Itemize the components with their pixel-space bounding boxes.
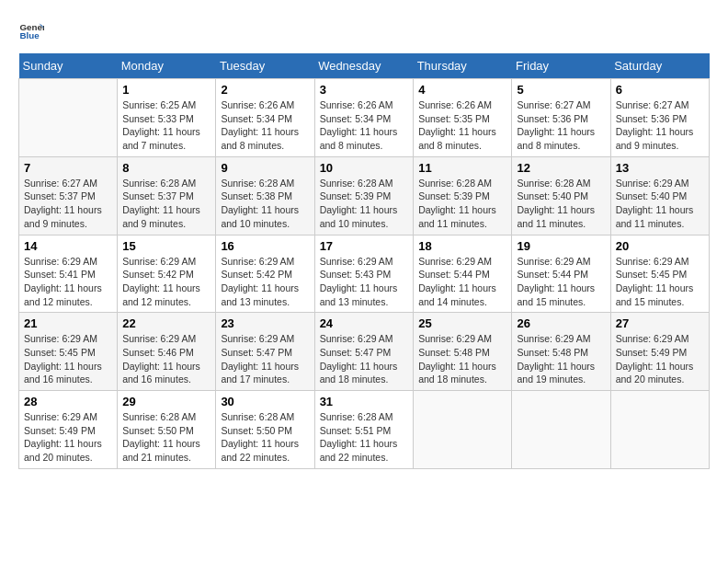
calendar-table: SundayMondayTuesdayWednesdayThursdayFrid… [18, 53, 710, 469]
day-info: Sunrise: 6:25 AM Sunset: 5:33 PM Dayligh… [122, 98, 210, 153]
day-number: 11 [418, 161, 506, 175]
day-number: 31 [320, 395, 409, 408]
day-info: Sunrise: 6:29 AM Sunset: 5:49 PM Dayligh… [24, 410, 112, 465]
calendar-cell: 23Sunrise: 6:29 AM Sunset: 5:47 PM Dayli… [216, 313, 314, 391]
day-number: 9 [221, 161, 309, 175]
calendar-cell: 14Sunrise: 6:29 AM Sunset: 5:41 PM Dayli… [19, 235, 118, 313]
day-number: 25 [418, 316, 506, 330]
day-info: Sunrise: 6:28 AM Sunset: 5:50 PM Dayligh… [221, 410, 309, 465]
day-number: 7 [24, 161, 112, 175]
day-info: Sunrise: 6:28 AM Sunset: 5:38 PM Dayligh… [221, 177, 309, 231]
day-info: Sunrise: 6:28 AM Sunset: 5:39 PM Dayligh… [418, 177, 506, 231]
day-info: Sunrise: 6:26 AM Sunset: 5:35 PM Dayligh… [418, 98, 506, 153]
calendar-cell: 15Sunrise: 6:29 AM Sunset: 5:42 PM Dayli… [118, 235, 216, 313]
calendar-cell: 25Sunrise: 6:29 AM Sunset: 5:48 PM Dayli… [414, 313, 512, 391]
calendar-cell: 2Sunrise: 6:26 AM Sunset: 5:34 PM Daylig… [216, 79, 314, 157]
day-number: 28 [24, 395, 112, 408]
day-number: 20 [616, 239, 704, 253]
calendar-cell [512, 391, 610, 469]
day-info: Sunrise: 6:29 AM Sunset: 5:42 PM Dayligh… [221, 255, 309, 309]
day-number: 23 [221, 316, 309, 330]
day-number: 16 [221, 239, 309, 253]
day-number: 13 [616, 161, 704, 175]
calendar-week-row: 14Sunrise: 6:29 AM Sunset: 5:41 PM Dayli… [19, 235, 710, 313]
day-number: 15 [122, 239, 210, 253]
calendar-cell: 1Sunrise: 6:25 AM Sunset: 5:33 PM Daylig… [118, 79, 216, 157]
weekday-header-cell: Sunday [19, 53, 118, 79]
svg-text:Blue: Blue [19, 30, 40, 40]
day-number: 21 [24, 316, 112, 330]
calendar-cell: 30Sunrise: 6:28 AM Sunset: 5:50 PM Dayli… [216, 391, 314, 469]
calendar-cell: 24Sunrise: 6:29 AM Sunset: 5:47 PM Dayli… [314, 313, 414, 391]
calendar-cell [414, 391, 512, 469]
day-info: Sunrise: 6:29 AM Sunset: 5:42 PM Dayligh… [122, 255, 210, 309]
day-info: Sunrise: 6:29 AM Sunset: 5:47 PM Dayligh… [320, 332, 409, 386]
weekday-header-cell: Saturday [610, 53, 709, 79]
day-info: Sunrise: 6:29 AM Sunset: 5:45 PM Dayligh… [24, 332, 112, 386]
day-info: Sunrise: 6:29 AM Sunset: 5:46 PM Dayligh… [122, 332, 210, 386]
day-info: Sunrise: 6:28 AM Sunset: 5:50 PM Dayligh… [122, 410, 210, 465]
calendar-cell: 16Sunrise: 6:29 AM Sunset: 5:42 PM Dayli… [216, 235, 314, 313]
calendar-cell: 3Sunrise: 6:26 AM Sunset: 5:34 PM Daylig… [314, 79, 414, 157]
calendar-cell: 26Sunrise: 6:29 AM Sunset: 5:48 PM Dayli… [512, 313, 610, 391]
day-number: 6 [616, 83, 704, 97]
calendar-cell: 4Sunrise: 6:26 AM Sunset: 5:35 PM Daylig… [414, 79, 512, 157]
day-number: 12 [517, 161, 605, 175]
calendar-cell: 8Sunrise: 6:28 AM Sunset: 5:37 PM Daylig… [118, 156, 216, 235]
calendar-cell: 9Sunrise: 6:28 AM Sunset: 5:38 PM Daylig… [216, 156, 314, 235]
day-number: 10 [320, 161, 409, 175]
day-info: Sunrise: 6:27 AM Sunset: 5:36 PM Dayligh… [616, 98, 704, 153]
calendar-cell: 6Sunrise: 6:27 AM Sunset: 5:36 PM Daylig… [610, 79, 709, 157]
logo-icon: General Blue [18, 18, 44, 44]
calendar-cell: 10Sunrise: 6:28 AM Sunset: 5:39 PM Dayli… [314, 156, 414, 235]
calendar-cell: 22Sunrise: 6:29 AM Sunset: 5:46 PM Dayli… [118, 313, 216, 391]
weekday-header-cell: Tuesday [216, 53, 314, 79]
calendar-cell: 5Sunrise: 6:27 AM Sunset: 5:36 PM Daylig… [512, 79, 610, 157]
calendar-cell [19, 79, 118, 157]
calendar-week-row: 21Sunrise: 6:29 AM Sunset: 5:45 PM Dayli… [19, 313, 710, 391]
day-info: Sunrise: 6:29 AM Sunset: 5:41 PM Dayligh… [24, 255, 112, 309]
calendar-cell: 20Sunrise: 6:29 AM Sunset: 5:45 PM Dayli… [610, 235, 709, 313]
day-number: 3 [320, 83, 409, 97]
calendar-cell: 31Sunrise: 6:28 AM Sunset: 5:51 PM Dayli… [314, 391, 414, 469]
calendar-cell: 17Sunrise: 6:29 AM Sunset: 5:43 PM Dayli… [314, 235, 414, 313]
logo: General Blue [18, 18, 48, 44]
day-info: Sunrise: 6:29 AM Sunset: 5:44 PM Dayligh… [517, 255, 605, 309]
day-info: Sunrise: 6:27 AM Sunset: 5:36 PM Dayligh… [517, 98, 605, 153]
day-number: 27 [616, 316, 704, 330]
day-info: Sunrise: 6:26 AM Sunset: 5:34 PM Dayligh… [320, 98, 409, 153]
day-number: 5 [517, 83, 605, 97]
day-info: Sunrise: 6:28 AM Sunset: 5:51 PM Dayligh… [320, 410, 409, 465]
day-info: Sunrise: 6:29 AM Sunset: 5:45 PM Dayligh… [616, 255, 704, 309]
weekday-header-cell: Monday [118, 53, 216, 79]
day-info: Sunrise: 6:26 AM Sunset: 5:34 PM Dayligh… [221, 98, 309, 153]
day-number: 22 [122, 316, 210, 330]
day-info: Sunrise: 6:28 AM Sunset: 5:40 PM Dayligh… [517, 177, 605, 231]
calendar-cell: 13Sunrise: 6:29 AM Sunset: 5:40 PM Dayli… [610, 156, 709, 235]
day-info: Sunrise: 6:29 AM Sunset: 5:48 PM Dayligh… [517, 332, 605, 386]
day-number: 4 [418, 83, 506, 97]
day-info: Sunrise: 6:29 AM Sunset: 5:40 PM Dayligh… [616, 177, 704, 231]
calendar-week-row: 1Sunrise: 6:25 AM Sunset: 5:33 PM Daylig… [19, 79, 710, 157]
day-info: Sunrise: 6:27 AM Sunset: 5:37 PM Dayligh… [24, 177, 112, 231]
calendar-cell: 28Sunrise: 6:29 AM Sunset: 5:49 PM Dayli… [19, 391, 118, 469]
calendar-body: 1Sunrise: 6:25 AM Sunset: 5:33 PM Daylig… [19, 79, 710, 469]
day-number: 8 [122, 161, 210, 175]
day-number: 24 [320, 316, 409, 330]
day-info: Sunrise: 6:29 AM Sunset: 5:43 PM Dayligh… [320, 255, 409, 309]
weekday-header-cell: Friday [512, 53, 610, 79]
calendar-cell: 19Sunrise: 6:29 AM Sunset: 5:44 PM Dayli… [512, 235, 610, 313]
weekday-header-cell: Thursday [414, 53, 512, 79]
weekday-header-cell: Wednesday [314, 53, 414, 79]
calendar-week-row: 7Sunrise: 6:27 AM Sunset: 5:37 PM Daylig… [19, 156, 710, 235]
page-header: General Blue [18, 18, 710, 44]
calendar-cell: 11Sunrise: 6:28 AM Sunset: 5:39 PM Dayli… [414, 156, 512, 235]
day-number: 18 [418, 239, 506, 253]
calendar-cell: 21Sunrise: 6:29 AM Sunset: 5:45 PM Dayli… [19, 313, 118, 391]
day-info: Sunrise: 6:28 AM Sunset: 5:39 PM Dayligh… [320, 177, 409, 231]
day-number: 30 [221, 395, 309, 408]
day-info: Sunrise: 6:29 AM Sunset: 5:44 PM Dayligh… [418, 255, 506, 309]
calendar-week-row: 28Sunrise: 6:29 AM Sunset: 5:49 PM Dayli… [19, 391, 710, 469]
day-info: Sunrise: 6:28 AM Sunset: 5:37 PM Dayligh… [122, 177, 210, 231]
day-number: 29 [122, 395, 210, 408]
